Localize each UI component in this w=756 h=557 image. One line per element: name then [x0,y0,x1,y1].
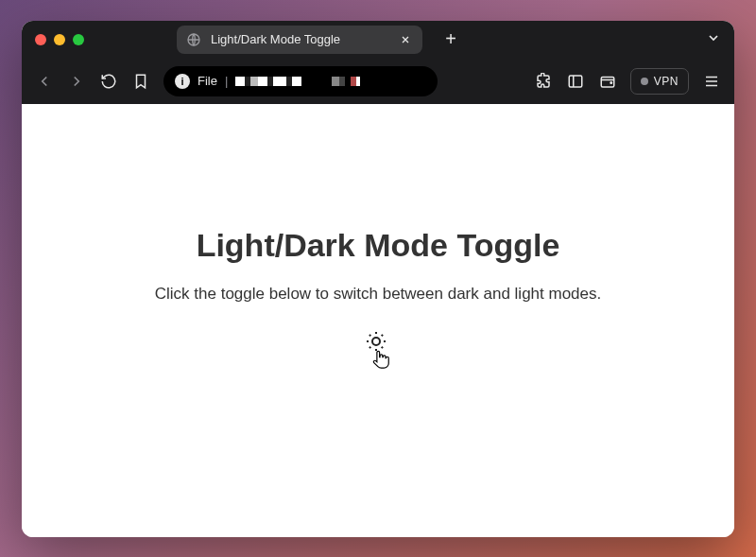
toolbar: i File | [22,59,734,104]
close-tab-button[interactable] [398,32,413,47]
browser-window: Light/Dark Mode Toggle + i File | [22,21,734,537]
minimize-window-button[interactable] [54,34,65,45]
vpn-button[interactable]: VPN [630,68,689,95]
theme-toggle-button[interactable] [365,330,387,353]
vpn-label: VPN [654,75,679,88]
page-subtitle: Click the toggle below to switch between… [155,285,601,304]
page-content: Light/Dark Mode Toggle Click the toggle … [22,104,734,537]
page-title: Light/Dark Mode Toggle [197,227,560,264]
globe-icon [186,32,201,47]
maximize-window-button[interactable] [73,34,84,45]
address-bar[interactable]: i File | [163,66,438,96]
traffic-lights [35,34,84,45]
bookmark-button[interactable] [131,72,150,91]
url-scheme: File [198,74,217,88]
back-button[interactable] [35,72,54,91]
svg-rect-1 [569,76,582,87]
new-tab-button[interactable]: + [441,28,460,50]
extensions-button[interactable] [534,72,553,91]
close-window-button[interactable] [35,34,46,45]
theme-toggle-wrap [359,330,397,381]
wallet-button[interactable] [598,72,617,91]
url-path-obscured [235,75,360,88]
vpn-status-dot [641,78,648,85]
titlebar: Light/Dark Mode Toggle + [22,21,734,59]
menu-button[interactable] [702,72,721,91]
forward-button[interactable] [67,72,86,91]
browser-tab[interactable]: Light/Dark Mode Toggle [177,26,422,54]
reload-button[interactable] [99,72,118,91]
tabs-overflow-button[interactable] [706,30,721,48]
site-info-icon[interactable]: i [175,74,190,89]
sidebar-button[interactable] [566,72,585,91]
svg-point-3 [610,81,612,83]
svg-point-4 [372,338,380,345]
tab-title: Light/Dark Mode Toggle [211,32,388,46]
